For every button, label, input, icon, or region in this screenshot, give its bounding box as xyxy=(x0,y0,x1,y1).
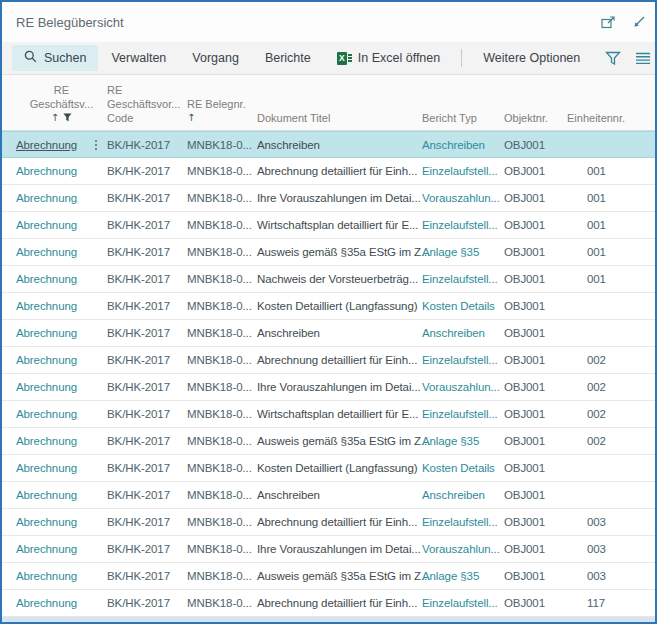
cell-geschaeftsvorfall-text[interactable]: Abrechnung xyxy=(16,354,77,366)
cell-bericht-typ[interactable]: Vorauszahlun... xyxy=(422,381,504,393)
cell-geschaeftsvorfall-text[interactable]: Abrechnung xyxy=(16,408,77,420)
column-header[interactable]: REGeschäftsv...↑ xyxy=(16,83,107,125)
table-row[interactable]: AbrechnungBK/HK-2017MNBK18-0...Ausweis g… xyxy=(2,428,655,455)
cell-geschaeftsvorfall-text[interactable]: Abrechnung xyxy=(16,570,77,582)
cell-geschaeftsvorfall-text[interactable]: Abrechnung xyxy=(16,165,77,177)
cell-geschaeftsvorfall-text[interactable]: Abrechnung xyxy=(16,516,77,528)
cell-geschaeftsvorfall[interactable]: Abrechnung xyxy=(16,165,107,177)
cell-bericht-typ-text[interactable]: Kosten Details xyxy=(422,300,495,312)
table-row[interactable]: AbrechnungBK/HK-2017MNBK18-0...Anschreib… xyxy=(2,482,655,509)
cell-geschaeftsvorfall[interactable]: Abrechnung xyxy=(16,354,107,366)
table-row[interactable]: AbrechnungBK/HK-2017MNBK18-0...Ihre Vora… xyxy=(2,185,655,212)
filter-icon[interactable] xyxy=(605,51,621,66)
cell-bericht-typ[interactable]: Vorauszahlun... xyxy=(422,543,504,555)
cell-geschaeftsvorfall-text[interactable]: Abrechnung xyxy=(16,300,77,312)
menu-berichte[interactable]: Berichte xyxy=(252,46,324,70)
open-in-excel-button[interactable]: X In Excel öffnen xyxy=(324,46,453,70)
table-row[interactable]: AbrechnungBK/HK-2017MNBK18-0...Wirtschaf… xyxy=(2,212,655,239)
cell-bericht-typ[interactable]: Einzelaufstell... xyxy=(422,597,504,609)
table-row[interactable]: AbrechnungBK/HK-2017MNBK18-0...Abrechnun… xyxy=(2,509,655,536)
cell-geschaeftsvorfall-text[interactable]: Abrechnung xyxy=(16,543,77,555)
column-header[interactable]: Einheitennr. xyxy=(567,111,645,125)
cell-bericht-typ-text[interactable]: Vorauszahlun... xyxy=(422,192,500,204)
cell-geschaeftsvorfall[interactable]: Abrechnung xyxy=(16,300,107,312)
cell-bericht-typ[interactable]: Einzelaufstell... xyxy=(422,219,504,231)
table-row[interactable]: AbrechnungBK/HK-2017MNBK18-0...Kosten De… xyxy=(2,293,655,320)
cell-bericht-typ[interactable]: Einzelaufstell... xyxy=(422,408,504,420)
cell-geschaeftsvorfall-text[interactable]: Abrechnung xyxy=(16,462,77,474)
cell-bericht-typ[interactable]: Anlage §35 xyxy=(422,570,504,582)
cell-bericht-typ[interactable]: Einzelaufstell... xyxy=(422,273,504,285)
cell-bericht-typ-text[interactable]: Einzelaufstell... xyxy=(422,273,498,285)
ellipsis-vertical-icon[interactable] xyxy=(95,140,97,150)
cell-bericht-typ[interactable]: Einzelaufstell... xyxy=(422,516,504,528)
cell-geschaeftsvorfall-text[interactable]: Abrechnung xyxy=(16,489,77,501)
table-row[interactable]: AbrechnungBK/HK-2017MNBK18-0...Abrechnun… xyxy=(2,347,655,374)
cell-bericht-typ-text[interactable]: Einzelaufstell... xyxy=(422,165,498,177)
cell-geschaeftsvorfall-text[interactable]: Abrechnung xyxy=(16,435,77,447)
cell-bericht-typ-text[interactable]: Einzelaufstell... xyxy=(422,597,498,609)
cell-bericht-typ-text[interactable]: Einzelaufstell... xyxy=(422,408,498,420)
cell-geschaeftsvorfall[interactable]: Abrechnung xyxy=(16,327,107,339)
resize-diagonal-icon[interactable] xyxy=(632,16,645,29)
cell-bericht-typ-text[interactable]: Anlage §35 xyxy=(422,435,479,447)
cell-bericht-typ-text[interactable]: Einzelaufstell... xyxy=(422,516,498,528)
cell-geschaeftsvorfall[interactable]: Abrechnung xyxy=(16,219,107,231)
table-row[interactable]: AbrechnungBK/HK-2017MNBK18-0...Wirtschaf… xyxy=(2,401,655,428)
cell-bericht-typ[interactable]: Anlage §35 xyxy=(422,246,504,258)
cell-geschaeftsvorfall-text[interactable]: Abrechnung xyxy=(16,219,77,231)
cell-geschaeftsvorfall-text[interactable]: Abrechnung xyxy=(16,192,77,204)
cell-bericht-typ-text[interactable]: Kosten Details xyxy=(422,462,495,474)
cell-geschaeftsvorfall[interactable]: Abrechnung xyxy=(16,570,107,582)
table-row[interactable]: AbrechnungBK/HK-2017MNBK18-0...Ausweis g… xyxy=(2,563,655,590)
cell-geschaeftsvorfall[interactable]: Abrechnung xyxy=(16,489,107,501)
cell-bericht-typ-text[interactable]: Vorauszahlun... xyxy=(422,381,500,393)
cell-geschaeftsvorfall[interactable]: Abrechnung xyxy=(16,597,107,609)
menu-vorgang[interactable]: Vorgang xyxy=(179,46,252,70)
table-row[interactable]: AbrechnungBK/HK-2017MNBK18-0...Kosten De… xyxy=(2,455,655,482)
cell-geschaeftsvorfall[interactable]: Abrechnung xyxy=(16,408,107,420)
open-in-new-window-icon[interactable] xyxy=(601,16,616,29)
cell-geschaeftsvorfall[interactable]: Abrechnung xyxy=(16,516,107,528)
cell-bericht-typ[interactable]: Anschreiben xyxy=(422,139,504,151)
cell-geschaeftsvorfall-text[interactable]: Abrechnung xyxy=(16,139,77,151)
cell-geschaeftsvorfall[interactable]: Abrechnung xyxy=(16,273,107,285)
cell-geschaeftsvorfall[interactable]: Abrechnung xyxy=(16,139,107,151)
table-row[interactable]: AbrechnungBK/HK-2017MNBK18-0...Nachweis … xyxy=(2,266,655,293)
table-row[interactable]: AbrechnungBK/HK-2017MNBK18-0...Ihre Vora… xyxy=(2,536,655,563)
cell-bericht-typ[interactable]: Einzelaufstell... xyxy=(422,165,504,177)
menu-verwalten[interactable]: Verwalten xyxy=(98,46,179,70)
cell-geschaeftsvorfall[interactable]: Abrechnung xyxy=(16,381,107,393)
table-row[interactable]: AbrechnungBK/HK-2017MNBK18-0...Anschreib… xyxy=(2,131,655,158)
cell-bericht-typ-text[interactable]: Vorauszahlun... xyxy=(422,543,500,555)
table-row[interactable]: AbrechnungBK/HK-2017MNBK18-0...Ihre Vora… xyxy=(2,374,655,401)
list-icon[interactable] xyxy=(636,52,650,65)
cell-bericht-typ-text[interactable]: Einzelaufstell... xyxy=(422,354,498,366)
cell-bericht-typ[interactable]: Anlage §35 xyxy=(422,435,504,447)
cell-geschaeftsvorfall-text[interactable]: Abrechnung xyxy=(16,597,77,609)
column-header[interactable]: Bericht Typ xyxy=(422,111,504,125)
cell-geschaeftsvorfall-text[interactable]: Abrechnung xyxy=(16,327,77,339)
cell-bericht-typ[interactable]: Einzelaufstell... xyxy=(422,354,504,366)
cell-geschaeftsvorfall[interactable]: Abrechnung xyxy=(16,435,107,447)
table-row[interactable]: AbrechnungBK/HK-2017MNBK18-0...Abrechnun… xyxy=(2,158,655,185)
cell-geschaeftsvorfall[interactable]: Abrechnung xyxy=(16,462,107,474)
column-header[interactable]: REGeschäftsvor...Code xyxy=(107,83,187,125)
search-button[interactable]: Suchen xyxy=(12,45,98,71)
cell-bericht-typ-text[interactable]: Anlage §35 xyxy=(422,246,479,258)
cell-bericht-typ[interactable]: Kosten Details xyxy=(422,300,504,312)
cell-bericht-typ[interactable]: Anschreiben xyxy=(422,489,504,501)
cell-geschaeftsvorfall[interactable]: Abrechnung xyxy=(16,543,107,555)
cell-geschaeftsvorfall[interactable]: Abrechnung xyxy=(16,246,107,258)
cell-geschaeftsvorfall-text[interactable]: Abrechnung xyxy=(16,246,77,258)
cell-bericht-typ-text[interactable]: Anlage §35 xyxy=(422,570,479,582)
horizontal-scrollbar[interactable] xyxy=(2,617,655,622)
cell-geschaeftsvorfall-text[interactable]: Abrechnung xyxy=(16,381,77,393)
cell-bericht-typ[interactable]: Vorauszahlun... xyxy=(422,192,504,204)
cell-bericht-typ-text[interactable]: Anschreiben xyxy=(422,327,485,339)
cell-bericht-typ[interactable]: Anschreiben xyxy=(422,327,504,339)
column-header[interactable]: RE Belegnr.↑ xyxy=(187,97,257,125)
cell-geschaeftsvorfall[interactable]: Abrechnung xyxy=(16,192,107,204)
cell-geschaeftsvorfall-text[interactable]: Abrechnung xyxy=(16,273,77,285)
table-row[interactable]: AbrechnungBK/HK-2017MNBK18-0...Abrechnun… xyxy=(2,590,655,617)
